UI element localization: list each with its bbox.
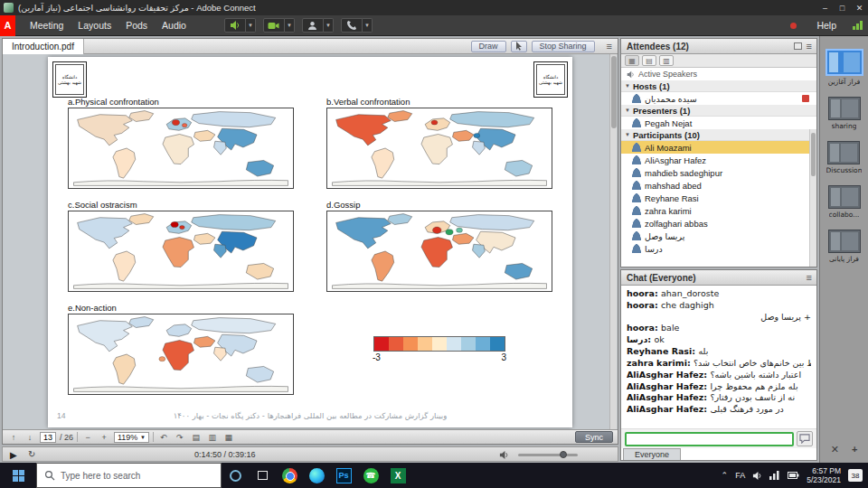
attendee-group-header[interactable]: ▼Presenters (1) — [621, 105, 816, 117]
maximize-button[interactable]: □ — [834, 0, 851, 15]
pdf-scrollbar-thumb[interactable] — [611, 56, 617, 128]
attendee-row[interactable]: zolfaghari abbas — [621, 217, 816, 230]
chat-sender: hoora: — [627, 300, 661, 310]
volume-slider[interactable] — [518, 454, 578, 456]
connection-status-icon[interactable] — [853, 21, 863, 30]
attendee-view-button-3[interactable]: ▥ — [659, 55, 674, 66]
share-document-tab[interactable]: Introduction.pdf — [3, 39, 84, 54]
attendee-row[interactable]: درسا — [621, 242, 816, 255]
attendee-row[interactable]: Pegah Nejat — [621, 117, 816, 129]
layout-item[interactable]: collabo... — [828, 185, 861, 219]
share-pod-options-icon[interactable]: ≡ — [607, 41, 612, 52]
attendees-pod: Attendees (12) ≡ ▦ ▤ ▥ Active Speakers ▼… — [620, 38, 817, 267]
pointer-button[interactable] — [511, 41, 527, 52]
attendee-group-header[interactable]: ▼Hosts (1) — [621, 80, 816, 92]
attendee-row[interactable]: mahdieb sadeghipur — [621, 166, 816, 179]
attendees-pod-options-icon[interactable]: ≡ — [807, 41, 812, 52]
attendee-row[interactable]: mahshad abed — [621, 179, 816, 192]
menu-layouts[interactable]: Layouts — [71, 20, 118, 31]
volume-slider-thumb[interactable] — [560, 451, 567, 458]
whatsapp-taskbar-button[interactable]: ☎ — [357, 463, 384, 488]
attendee-view-button-2[interactable]: ▤ — [642, 55, 656, 66]
send-message-button[interactable] — [797, 431, 813, 446]
draw-button[interactable]: Draw — [471, 41, 506, 52]
add-layout-icon[interactable]: + — [852, 444, 857, 455]
tray-expand-icon[interactable]: ⌃ — [722, 471, 729, 480]
close-button[interactable]: ✕ — [851, 0, 868, 15]
taskbar-search[interactable]: Type here to search — [36, 463, 222, 488]
layout-thumbnail[interactable] — [827, 141, 860, 164]
notification-center-button[interactable]: 38 — [848, 469, 863, 482]
language-indicator[interactable]: FA — [735, 471, 745, 480]
attendee-row[interactable]: AliAsghar Hafez — [621, 154, 816, 166]
excel-taskbar-button[interactable]: X — [384, 463, 411, 488]
chrome-taskbar-button[interactable] — [276, 463, 303, 488]
status-button[interactable] — [302, 18, 324, 33]
layout-item[interactable]: فراز پایانی — [828, 230, 861, 263]
edge-taskbar-button[interactable] — [303, 463, 330, 488]
menu-audio[interactable]: Audio — [155, 20, 193, 31]
rotate-right-icon[interactable]: ↷ — [174, 433, 186, 442]
adobe-logo[interactable]: A — [0, 15, 15, 36]
zoom-out-button[interactable]: − — [81, 433, 94, 442]
map-panel-c: c.Social ostracism — [68, 200, 294, 292]
layout-item[interactable]: فراز آغازین — [826, 49, 863, 86]
start-button[interactable] — [0, 463, 36, 488]
stop-sharing-button[interactable]: Stop Sharing — [532, 41, 595, 52]
layout-thumbnail[interactable] — [828, 185, 861, 209]
chat-input[interactable] — [625, 432, 794, 446]
fit-page-icon[interactable]: ▤ — [190, 433, 203, 442]
play-button[interactable]: ▶ — [10, 450, 17, 460]
layout-thumbnail[interactable] — [828, 97, 861, 120]
grid-view-icon[interactable]: ▦ — [222, 433, 235, 442]
tray-volume-icon[interactable] — [752, 471, 762, 481]
page-up-button[interactable]: ↑ — [7, 433, 20, 442]
speaker-dropdown[interactable]: ▼ — [246, 18, 256, 33]
tray-time: 6:57 PM — [807, 466, 841, 475]
phone-dropdown[interactable]: ▼ — [363, 18, 373, 33]
layout-item[interactable]: sharing — [828, 97, 861, 130]
maps-grid: a.Physical confrontationb.Verbal confron… — [68, 97, 552, 395]
attendee-row[interactable]: سیده محمدیان — [621, 92, 816, 105]
tray-network-icon[interactable] — [769, 471, 780, 480]
phone-button[interactable] — [341, 18, 363, 33]
volume-icon[interactable] — [499, 450, 509, 462]
layout-thumbnail[interactable] — [828, 230, 861, 253]
attendee-row[interactable]: zahra karimi — [621, 204, 816, 217]
fit-width-icon[interactable]: ▥ — [206, 433, 219, 442]
menu-pods[interactable]: Pods — [118, 20, 155, 31]
chat-pod-options-icon[interactable]: ≡ — [807, 272, 812, 283]
layout-item[interactable]: Discussion — [826, 141, 863, 174]
attendee-row[interactable]: Ali Moazami — [621, 141, 816, 154]
attendee-group-header[interactable]: ▼Participants (10) — [621, 129, 816, 141]
attendees-scrollbar[interactable] — [809, 129, 816, 267]
status-dropdown[interactable]: ▼ — [324, 18, 334, 33]
webcam-button[interactable] — [263, 18, 285, 33]
page-down-button[interactable]: ↓ — [24, 433, 36, 442]
tray-battery-icon[interactable] — [788, 472, 799, 479]
rotate-left-icon[interactable]: ↶ — [157, 433, 170, 442]
menu-meeting[interactable]: Meeting — [23, 20, 71, 31]
attendee-row[interactable]: پریسا وصل — [621, 230, 816, 242]
minimize-button[interactable]: – — [816, 0, 834, 15]
attendee-view-button-1[interactable]: ▦ — [625, 55, 639, 66]
cortana-button[interactable] — [222, 463, 249, 488]
menu-help[interactable]: Help — [816, 20, 836, 31]
photoshop-taskbar-button[interactable]: Ps — [330, 463, 357, 488]
page-number-input[interactable] — [40, 432, 56, 443]
webcam-dropdown[interactable]: ▼ — [285, 18, 295, 33]
attendees-scrollbar-thumb[interactable] — [811, 133, 816, 176]
zoom-in-button[interactable]: + — [98, 433, 110, 442]
pdf-scrollbar[interactable] — [609, 54, 617, 429]
layout-thumbnail[interactable] — [826, 49, 863, 76]
zoom-level-select[interactable]: 119% ▼ — [114, 432, 149, 443]
chat-tab-everyone[interactable]: Everyone — [623, 448, 681, 460]
pod-resize-icon[interactable] — [794, 42, 802, 50]
clock[interactable]: 6:57 PM 5/23/2021 — [807, 466, 841, 484]
task-view-button[interactable] — [249, 463, 276, 488]
replay-icon[interactable]: ↻ — [28, 449, 35, 459]
close-layout-icon[interactable]: ✕ — [831, 444, 839, 455]
sync-button[interactable]: Sync — [575, 431, 613, 443]
speaker-button[interactable] — [224, 18, 246, 33]
attendee-row[interactable]: Reyhane Rasi — [621, 192, 816, 204]
